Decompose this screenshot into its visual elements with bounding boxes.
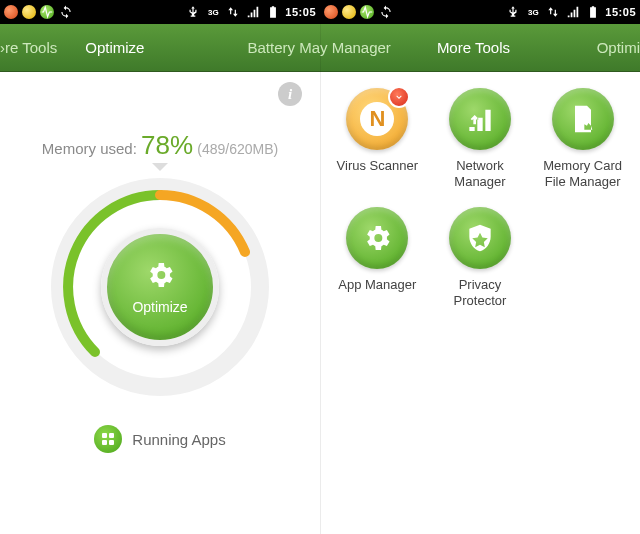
running-apps-label: Running Apps xyxy=(132,431,225,448)
status-dot-red xyxy=(324,5,338,19)
tab-battery-manager-partial[interactable]: Battery Ma xyxy=(233,24,320,72)
tool-label: NetworkManager xyxy=(454,158,505,189)
optimize-button[interactable]: Optimize xyxy=(101,228,219,346)
tools-grid: N Virus Scanner NetworkManager Memory xyxy=(328,88,632,308)
memory-usage-text: Memory used: 78% (489/620MB) xyxy=(12,130,308,161)
tool-label: Memory CardFile Manager xyxy=(543,158,622,189)
usb-icon xyxy=(185,4,201,20)
tab-battery-manager-partial[interactable]: y Manager xyxy=(320,24,405,72)
memory-label: Memory used: xyxy=(42,140,141,157)
battery-icon xyxy=(585,4,601,20)
arrow-down-icon xyxy=(152,163,168,171)
tab-bar: y Manager More Tools Optimi xyxy=(320,24,640,72)
optimize-button-label: Optimize xyxy=(132,299,187,315)
tab-optimize[interactable]: Optimize xyxy=(71,24,158,72)
status-dot-yellow xyxy=(342,5,356,19)
apps-grid-icon xyxy=(94,425,122,453)
data-arrows-icon xyxy=(545,4,561,20)
download-badge-icon xyxy=(388,86,410,108)
running-apps-button[interactable]: Running Apps xyxy=(12,425,308,453)
tool-network-manager[interactable]: NetworkManager xyxy=(431,88,530,189)
status-dot-red xyxy=(4,5,18,19)
virus-scanner-icon: N xyxy=(346,88,408,150)
tab-more-tools[interactable]: More Tools xyxy=(423,24,524,72)
tool-memory-card-file-manager[interactable]: Memory CardFile Manager xyxy=(533,88,632,189)
signal-bars-icon xyxy=(565,4,581,20)
screen-more-tools: 3G 15:05 y Manager More Tools Optimi N V… xyxy=(320,0,640,534)
status-bar: 3G 15:05 xyxy=(0,0,320,24)
network-manager-icon xyxy=(449,88,511,150)
gears-icon xyxy=(144,259,176,295)
screen-optimize: 3G 15:05 ›re Tools Optimize Battery Ma i… xyxy=(0,0,320,534)
sync-icon xyxy=(58,4,74,20)
battery-icon xyxy=(265,4,281,20)
signal-3g-icon: 3G xyxy=(525,4,541,20)
tab-bar: ›re Tools Optimize Battery Ma xyxy=(0,24,320,72)
tool-virus-scanner[interactable]: N Virus Scanner xyxy=(328,88,427,189)
signal-bars-icon xyxy=(245,4,261,20)
tool-label: App Manager xyxy=(338,277,416,293)
tab-optimize-partial[interactable]: Optimi xyxy=(583,24,640,72)
status-bar: 3G 15:05 xyxy=(320,0,640,24)
status-dot-activity xyxy=(40,5,54,19)
tool-label: Virus Scanner xyxy=(337,158,418,174)
info-icon[interactable]: i xyxy=(278,82,302,106)
tool-app-manager[interactable]: App Manager xyxy=(328,207,427,308)
tab-more-tools-partial[interactable]: ›re Tools xyxy=(0,24,71,72)
memory-card-icon xyxy=(552,88,614,150)
status-dot-activity xyxy=(360,5,374,19)
usb-icon xyxy=(505,4,521,20)
tool-label: PrivacyProtector xyxy=(454,277,507,308)
privacy-protector-icon xyxy=(449,207,511,269)
sync-icon xyxy=(378,4,394,20)
tool-privacy-protector[interactable]: PrivacyProtector xyxy=(431,207,530,308)
clock: 15:05 xyxy=(605,6,636,18)
clock: 15:05 xyxy=(285,6,316,18)
data-arrows-icon xyxy=(225,4,241,20)
memory-detail: (489/620MB) xyxy=(197,141,278,157)
app-manager-icon xyxy=(346,207,408,269)
memory-percent: 78% xyxy=(141,130,193,160)
memory-gauge: Optimize xyxy=(50,177,270,397)
screen-divider xyxy=(320,0,321,534)
status-dot-yellow xyxy=(22,5,36,19)
signal-3g-icon: 3G xyxy=(205,4,221,20)
